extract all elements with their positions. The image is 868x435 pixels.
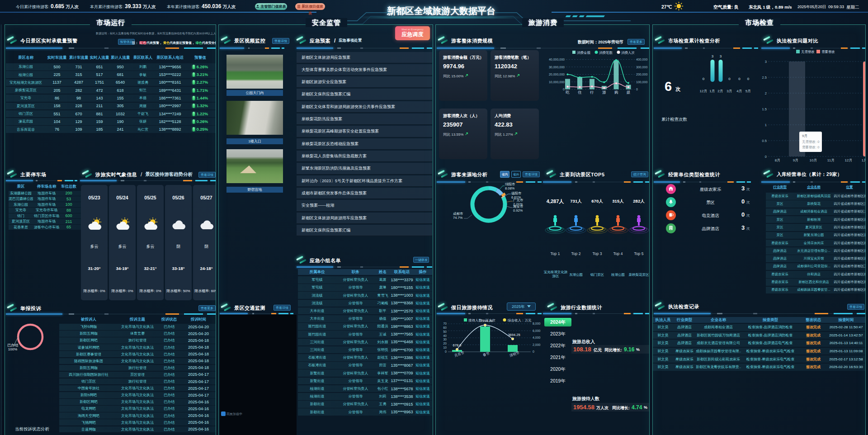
svg-text:8月: 8月	[775, 158, 780, 162]
svg-text:10月: 10月	[810, 158, 817, 162]
svg-text:70: 70	[443, 322, 447, 325]
svg-text:需要整改: 需要整改	[821, 50, 835, 54]
svg-text:60: 60	[443, 326, 447, 329]
svg-text:4月: 4月	[736, 89, 742, 93]
svg-text:4,000: 4,000	[533, 336, 541, 339]
svg-text:3: 3	[720, 54, 722, 58]
svg-text:3月: 3月	[726, 89, 732, 93]
svg-text:0: 0	[747, 77, 750, 81]
svg-text:6,000: 6,000	[533, 329, 541, 332]
svg-text:678.6: 678.6	[453, 343, 462, 347]
svg-text:3: 3	[765, 60, 767, 64]
svg-text:10: 10	[443, 346, 447, 349]
svg-text:8,000: 8,000	[533, 322, 541, 325]
svg-text:2.5: 2.5	[762, 76, 767, 80]
svg-text:20: 20	[443, 342, 447, 345]
svg-text:3694.25: 3694.25	[508, 333, 520, 337]
svg-text:0: 0	[765, 155, 767, 159]
svg-text:0: 0	[703, 77, 705, 81]
svg-text:接待人数：万人次: 接待人数：万人次	[468, 318, 496, 322]
svg-text:40: 40	[443, 334, 447, 337]
svg-text:11月: 11月	[827, 158, 835, 162]
svg-text:需要整改: 0: 需要整改: 0	[802, 145, 819, 149]
svg-text:0: 0	[533, 350, 534, 353]
svg-text:春节: 春节	[482, 351, 491, 357]
svg-text:5月: 5月	[745, 89, 751, 93]
svg-text:2,000: 2,000	[533, 343, 541, 346]
svg-text:1月: 1月	[862, 158, 866, 162]
svg-text:综合收入：万元: 综合收入：万元	[507, 318, 532, 322]
svg-text:2月: 2月	[717, 89, 723, 93]
svg-text:50: 50	[443, 330, 447, 333]
svg-text:0.5: 0.5	[762, 139, 767, 143]
svg-text:12月: 12月	[700, 89, 708, 93]
svg-text:30: 30	[443, 338, 447, 341]
svg-text:无需整改: 无需整改	[801, 50, 815, 54]
svg-text:0: 0	[738, 77, 741, 81]
svg-text:12月: 12月	[845, 158, 853, 162]
svg-text:无需整改: 0: 无需整改: 0	[802, 140, 819, 144]
svg-text:3: 3	[712, 54, 714, 58]
svg-text:1: 1	[765, 123, 767, 127]
svg-text:9月: 9月	[793, 158, 798, 162]
svg-text:0: 0	[445, 350, 447, 353]
svg-text:1月: 1月	[709, 89, 715, 93]
svg-text:2: 2	[765, 91, 767, 95]
svg-text:9月: 9月	[802, 134, 807, 138]
svg-text:1.5: 1.5	[762, 107, 767, 111]
svg-text:0: 0	[728, 77, 731, 81]
